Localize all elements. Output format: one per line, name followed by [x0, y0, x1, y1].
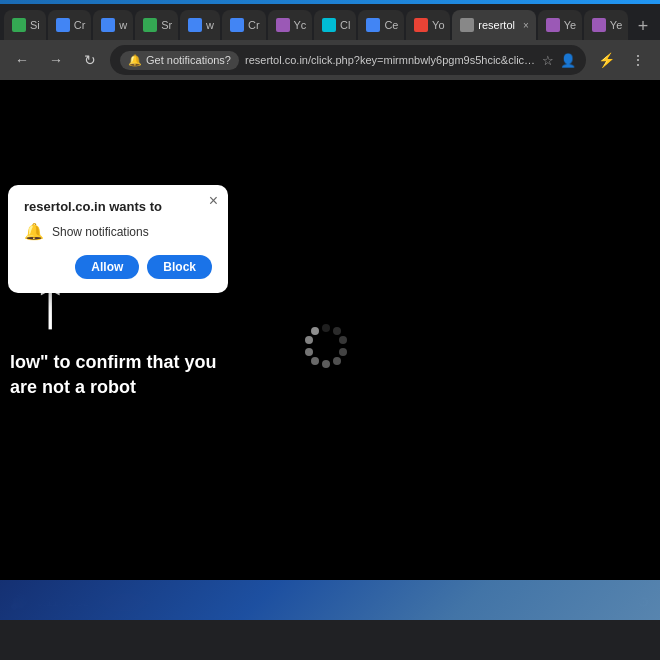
tab-label-t11: resertol	[478, 19, 515, 31]
tab-label-t8: Cl	[340, 19, 350, 31]
tab-favicon-t6	[230, 18, 244, 32]
tab-favicon-t3	[101, 18, 115, 32]
allow-button[interactable]: Allow	[75, 255, 139, 279]
tab-favicon-t13	[592, 18, 606, 32]
toolbar-right: ⚡ ⋮	[592, 46, 652, 74]
tab-favicon-t10	[414, 18, 428, 32]
address-icons: ☆ 👤	[542, 53, 576, 68]
tab-label-t6: Cr	[248, 19, 260, 31]
loading-spinner	[305, 325, 355, 375]
tab-label-t5: w	[206, 19, 214, 31]
popup-bell-icon: 🔔	[24, 222, 44, 241]
browser-tab-t7[interactable]: Yc	[268, 10, 313, 40]
profile-icon[interactable]: 👤	[560, 53, 576, 68]
browser-tab-t8[interactable]: Cl	[314, 10, 356, 40]
back-button[interactable]: ←	[8, 46, 36, 74]
tab-close-t11[interactable]: ×	[519, 18, 533, 32]
block-button[interactable]: Block	[147, 255, 212, 279]
forward-button[interactable]: →	[42, 46, 70, 74]
browser-toolbar: ← → ↻ 🔔 Get notifications? resertol.co.i…	[0, 40, 660, 80]
tab-label-t4: Sr	[161, 19, 172, 31]
windows-taskbar	[0, 580, 660, 620]
notification-prompt-button[interactable]: 🔔 Get notifications?	[120, 51, 239, 70]
extensions-button[interactable]: ⚡	[592, 46, 620, 74]
tab-label-t13: Ye	[610, 19, 622, 31]
browser-tab-t6[interactable]: Cr	[222, 10, 265, 40]
tab-label-t3: w	[119, 19, 127, 31]
tab-label-t10: Yo	[432, 19, 444, 31]
browser-tab-t2[interactable]: Cr	[48, 10, 91, 40]
tab-label-t9: Ce	[384, 19, 398, 31]
popup-row: 🔔 Show notifications	[24, 222, 212, 241]
page-content: ↑ low" to confirm that youare not a robo…	[0, 80, 660, 620]
video-area: ↑ low" to confirm that youare not a robo…	[0, 80, 660, 620]
bookmark-icon[interactable]: ☆	[542, 53, 554, 68]
tab-label-t1: Si	[30, 19, 40, 31]
taskbar-bg	[0, 580, 660, 620]
tab-favicon-t5	[188, 18, 202, 32]
browser-tab-t4[interactable]: Sr	[135, 10, 178, 40]
tab-label-t2: Cr	[74, 19, 86, 31]
address-text: resertol.co.in/click.php?key=mirmnbwly6p…	[245, 54, 536, 66]
bell-icon: 🔔	[128, 54, 142, 67]
tab-favicon-t11	[460, 18, 474, 32]
tab-favicon-t1	[12, 18, 26, 32]
tab-favicon-t12	[546, 18, 560, 32]
tab-favicon-t8	[322, 18, 336, 32]
new-tab-button[interactable]: +	[630, 12, 656, 40]
tab-favicon-t9	[366, 18, 380, 32]
notification-popup: × resertol.co.in wants to 🔔 Show notific…	[8, 185, 228, 293]
browser-tab-t12[interactable]: Ye	[538, 10, 582, 40]
menu-button[interactable]: ⋮	[624, 46, 652, 74]
notification-prompt-label: Get notifications?	[146, 54, 231, 66]
address-bar[interactable]: 🔔 Get notifications? resertol.co.in/clic…	[110, 45, 586, 75]
tab-favicon-t4	[143, 18, 157, 32]
browser-tab-t13[interactable]: Ye	[584, 10, 628, 40]
popup-title: resertol.co.in wants to	[24, 199, 212, 214]
tab-favicon-t7	[276, 18, 290, 32]
browser-tab-t9[interactable]: Ce	[358, 10, 404, 40]
popup-close-button[interactable]: ×	[209, 193, 218, 209]
browser-tab-t5[interactable]: w	[180, 10, 220, 40]
tab-label-t12: Ye	[564, 19, 576, 31]
browser-tab-t10[interactable]: Yo	[406, 10, 450, 40]
popup-row-label: Show notifications	[52, 225, 149, 239]
tab-strip: SiCrwSrwCrYcClCeYoresertol×YeYe+	[0, 4, 660, 40]
browser-tab-t3[interactable]: w	[93, 10, 133, 40]
tab-favicon-t2	[56, 18, 70, 32]
browser-tab-t11[interactable]: resertol×	[452, 10, 535, 40]
robot-text: low" to confirm that youare not a robot	[10, 350, 217, 400]
browser-tab-t1[interactable]: Si	[4, 10, 46, 40]
tab-label-t7: Yc	[294, 19, 307, 31]
popup-buttons: Allow Block	[24, 255, 212, 279]
refresh-button[interactable]: ↻	[76, 46, 104, 74]
